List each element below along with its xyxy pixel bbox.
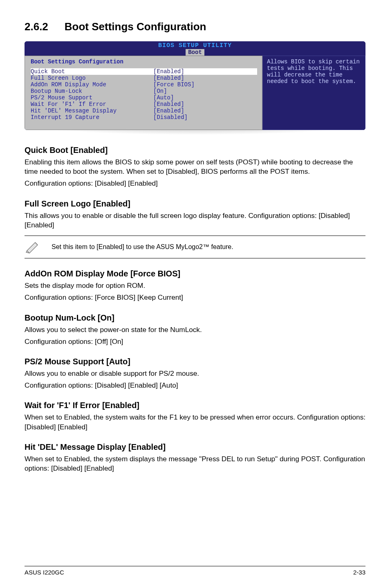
section-title: Boot Settings Configuration [65, 20, 206, 33]
bios-setting-label: Interrupt 19 Capture [31, 114, 153, 121]
setting-heading: Bootup Num-Lock [On] [25, 313, 365, 323]
bios-tab-row: Boot [25, 49, 365, 56]
bios-setting-label: Bootup Num-Lock [31, 88, 153, 94]
bios-setting-value: [Auto] [153, 94, 174, 101]
bios-setting-value: [Enabled] [153, 108, 184, 114]
setting-paragraph: Sets the display mode for option ROM. [25, 281, 365, 290]
page-footer: ASUS I220GC 2-33 [25, 566, 365, 576]
bios-help-panel: Allows BIOS to skip certain tests while … [262, 56, 365, 130]
setting-paragraph: Configuration options: [Disabled] [Enabl… [25, 179, 365, 188]
setting-heading: Wait for 'F1' If Error [Enabled] [25, 401, 365, 410]
bios-settings-panel: Boot Settings Configuration Quick Boot [… [25, 56, 262, 130]
bios-utility-title: BIOS SETUP UTILITY [25, 41, 365, 49]
bios-setting-label: PS/2 Mouse Support [31, 94, 153, 101]
section-heading: 2.6.2Boot Settings Configuration [25, 20, 365, 33]
setting-paragraph: Enabling this item allows the BIOS to sk… [25, 157, 365, 176]
bios-setting-value: [Enabled] [153, 101, 184, 108]
bios-setting-row: Quick Boot [Enabled] [31, 68, 257, 75]
bios-setting-label: AddOn ROM Display Mode [31, 81, 153, 88]
bios-help-text: Allows BIOS to skip certain tests while … [267, 58, 361, 85]
bios-setting-label: Full Screen Logo [31, 75, 153, 81]
setting-paragraph: Configuration options: [Force BIOS] [Kee… [25, 293, 365, 302]
footer-left: ASUS I220GC [25, 569, 64, 576]
setting-paragraph: When set to Enabled, the system displays… [25, 454, 365, 473]
bios-setting-label: Quick Boot [31, 68, 153, 75]
setting-paragraph: Configuration options: [Off] [On] [25, 337, 365, 346]
section-number: 2.6.2 [25, 20, 48, 33]
bios-setting-row: Bootup Num-Lock [On] [31, 88, 257, 94]
setting-heading: Quick Boot [Enabled] [25, 146, 365, 155]
footer-right: 2-33 [353, 569, 365, 576]
bios-active-tab: Boot [186, 49, 204, 56]
bios-setting-row: Hit 'DEL' Message Display [Enabled] [31, 108, 257, 114]
bios-setting-label: Hit 'DEL' Message Display [31, 108, 153, 114]
setting-paragraph: This allows you to enable or disable the… [25, 211, 365, 230]
note-text: Set this item to [Enabled] to use the AS… [52, 243, 233, 251]
bios-panel-heading: Boot Settings Configuration [31, 58, 257, 65]
note-box: Set this item to [Enabled] to use the AS… [25, 236, 365, 258]
bios-setting-value: [Enabled] [153, 75, 184, 81]
bios-setting-value: [Disabled] [153, 114, 188, 121]
setting-paragraph: Allows you to enable or disable support … [25, 369, 365, 378]
setting-paragraph: Configuration options: [Disabled] [Enabl… [25, 381, 365, 390]
setting-heading: Hit 'DEL' Message Display [Enabled] [25, 442, 365, 452]
setting-paragraph: When set to Enabled, the system waits fo… [25, 413, 365, 431]
setting-heading: PS/2 Mouse Support [Auto] [25, 357, 365, 366]
bios-setting-row: Full Screen Logo [Enabled] [31, 75, 257, 81]
setting-heading: AddOn ROM Display Mode [Force BIOS] [25, 269, 365, 278]
bios-setting-value: [On] [153, 88, 167, 94]
bios-setting-row: PS/2 Mouse Support [Auto] [31, 94, 257, 101]
bios-screenshot: BIOS SETUP UTILITY Boot Boot Settings Co… [25, 41, 365, 130]
bios-setting-row: Interrupt 19 Capture [Disabled] [31, 114, 257, 121]
bios-setting-value: [Force BIOS] [153, 81, 195, 88]
pencil-icon [25, 240, 41, 254]
bios-setting-label: Wait For 'F1' If Error [31, 101, 153, 108]
bios-setting-row: Wait For 'F1' If Error [Enabled] [31, 101, 257, 108]
setting-heading: Full Screen Logo [Enabled] [25, 199, 365, 209]
bios-setting-row: AddOn ROM Display Mode [Force BIOS] [31, 81, 257, 88]
bios-setting-value: [Enabled] [153, 68, 184, 75]
setting-paragraph: Allows you to select the power-on state … [25, 325, 365, 334]
